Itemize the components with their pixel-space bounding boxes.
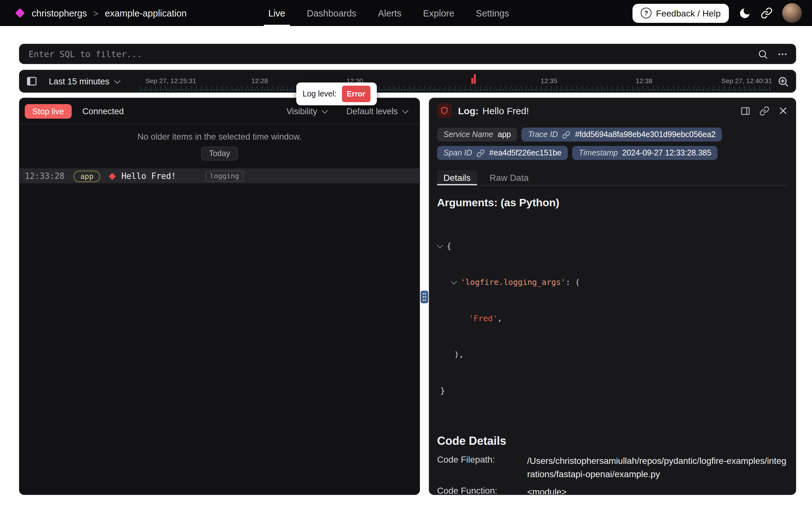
- code-details-heading: Code Details: [437, 435, 788, 448]
- tick-label: 12:38: [636, 77, 652, 84]
- details-title: Log: Hello Fred!: [458, 105, 529, 116]
- tooltip-label: Log level:: [303, 90, 336, 98]
- details-title-text: Hello Fred!: [483, 105, 529, 116]
- details-header: Log: Hello Fred!: [437, 103, 788, 118]
- app-root: christophergs > example-application Live…: [0, 0, 812, 507]
- main-content: Stop live Connected Visibility Default l…: [19, 98, 796, 495]
- collapse-toggle-icon[interactable]: [437, 242, 443, 248]
- close-details-button[interactable]: [778, 106, 788, 115]
- timestamp-badge: Timestamp 2024-09-27 12:33:28.385: [572, 146, 717, 160]
- trace-id-badge[interactable]: Trace ID #fdd5694a8fa98eb4e301d99ebc056e…: [522, 127, 722, 142]
- tick-label: 12:28: [251, 77, 268, 84]
- time-range-select[interactable]: Last 15 minutes: [45, 76, 123, 87]
- details-tabs: Details Raw Data: [437, 170, 788, 186]
- panel-left-icon: [26, 75, 38, 87]
- link-icon: [477, 149, 485, 157]
- nav-tab-alerts[interactable]: Alerts: [378, 0, 401, 26]
- collapse-toggle-icon[interactable]: [451, 278, 457, 285]
- close-icon: [778, 106, 788, 115]
- zoom-in-button[interactable]: [777, 75, 789, 87]
- feedback-help-label: Feedback / Help: [656, 8, 721, 18]
- ellipsis-icon: [777, 49, 788, 59]
- chevron-down-icon: [402, 107, 409, 113]
- tab-details[interactable]: Details: [437, 170, 477, 185]
- stop-live-button[interactable]: Stop live: [25, 104, 72, 118]
- nav-tabs: Live Dashboards Alerts Explore Settings: [268, 0, 509, 26]
- axis-tick-marks: [140, 86, 771, 89]
- avatar[interactable]: [782, 3, 802, 23]
- default-levels-dropdown[interactable]: Default levels: [342, 106, 411, 116]
- code-details-rows: Code Filepath: /Users/christophersamiull…: [437, 454, 788, 495]
- share-link-button[interactable]: [761, 7, 773, 19]
- link-icon: [761, 7, 773, 19]
- chevron-down-icon: [322, 107, 328, 113]
- log-level-tooltip: Log level: Error: [296, 82, 377, 105]
- drag-handle-icon: [422, 292, 427, 301]
- link-icon: [562, 130, 571, 138]
- nav-tab-live[interactable]: Live: [268, 0, 285, 26]
- arguments-code-block: { 'logfire.logging_args': ( 'Fred', ), }: [437, 216, 788, 421]
- dark-mode-toggle[interactable]: [738, 7, 751, 19]
- log-message: Hello Fred!: [122, 171, 176, 181]
- panel-layout-icon: [740, 106, 750, 116]
- details-title-prefix: Log:: [458, 105, 479, 116]
- tick-label: Sep 27, 12:25:31: [145, 77, 196, 84]
- error-level-icon: [437, 103, 452, 118]
- link-icon: [759, 106, 769, 116]
- nav-tab-dashboards[interactable]: Dashboards: [307, 0, 356, 26]
- timeline-bar: Last 15 minutes Sep 27, 12:25:31 12:28 1…: [19, 70, 796, 93]
- feedback-help-button[interactable]: Feedback / Help: [632, 3, 729, 22]
- log-details-panel: Log: Hello Fred! Service: [429, 98, 796, 495]
- chevron-down-icon: [115, 77, 121, 83]
- metadata-badges: Service Name app Trace ID #fdd5694a8fa98…: [437, 127, 788, 160]
- axis-line: [140, 90, 771, 90]
- nav-right: Feedback / Help: [632, 3, 802, 23]
- top-nav: christophergs > example-application Live…: [0, 0, 812, 26]
- breadcrumb-project[interactable]: example-application: [105, 8, 187, 18]
- more-options-button[interactable]: [777, 49, 788, 59]
- error-spike-bars[interactable]: [472, 74, 476, 84]
- nav-tab-settings[interactable]: Settings: [476, 0, 509, 26]
- drag-handle[interactable]: [421, 291, 428, 303]
- question-icon: [641, 8, 651, 18]
- breadcrumb-separator: >: [93, 8, 98, 18]
- service-name-badge: Service Name app: [437, 127, 517, 142]
- error-diamond-icon: [109, 173, 116, 180]
- code-filepath-row: Code Filepath: /Users/christophersamiull…: [437, 454, 788, 481]
- sql-filter-bar: [19, 44, 796, 64]
- copy-link-button[interactable]: [759, 106, 769, 116]
- visibility-dropdown[interactable]: Visibility: [283, 106, 330, 116]
- timeline-axis[interactable]: Sep 27, 12:25:31 12:28 12:30 12:35 12:38…: [130, 70, 773, 92]
- today-chip[interactable]: Today: [201, 147, 238, 161]
- span-id-badge[interactable]: Span ID #ea4d5f226ec151be: [437, 146, 568, 160]
- search-icon: [757, 49, 768, 59]
- breadcrumb-org[interactable]: christophergs: [32, 8, 87, 18]
- live-panel-dropdowns: Visibility Default levels: [283, 106, 411, 116]
- tick-label: 12:35: [541, 77, 557, 84]
- logo-icon: [15, 8, 25, 18]
- tick-label: Sep 27, 12:40:31: [721, 77, 772, 84]
- connection-status: Connected: [82, 106, 124, 116]
- zoom-in-icon: [777, 75, 789, 87]
- search-button[interactable]: [757, 49, 768, 59]
- code-function-row: Code Function: <module>: [437, 486, 788, 495]
- sql-filter-input[interactable]: [27, 48, 751, 60]
- time-range-label: Last 15 minutes: [49, 76, 110, 86]
- sidebar-toggle-button[interactable]: [26, 75, 38, 87]
- empty-window-message: No older items in the selected time wind…: [20, 132, 419, 142]
- panel-splitter: [420, 98, 429, 495]
- details-actions: [740, 106, 788, 116]
- error-level-badge: Error: [341, 86, 370, 102]
- moon-icon: [738, 7, 751, 19]
- tab-raw-data[interactable]: Raw Data: [483, 170, 535, 185]
- sql-bar-icons: [757, 49, 788, 59]
- logging-tag-chip: logging: [205, 171, 244, 181]
- log-row[interactable]: 12:33:28 app Hello Fred! logging: [20, 168, 419, 183]
- panel-layout-button[interactable]: [740, 106, 750, 116]
- arguments-heading: Arguments: (as Python): [437, 197, 788, 209]
- service-chip: app: [73, 170, 101, 182]
- live-logs-panel: Stop live Connected Visibility Default l…: [19, 98, 420, 495]
- log-time: 12:33:28: [25, 171, 64, 181]
- nav-tab-explore[interactable]: Explore: [423, 0, 454, 26]
